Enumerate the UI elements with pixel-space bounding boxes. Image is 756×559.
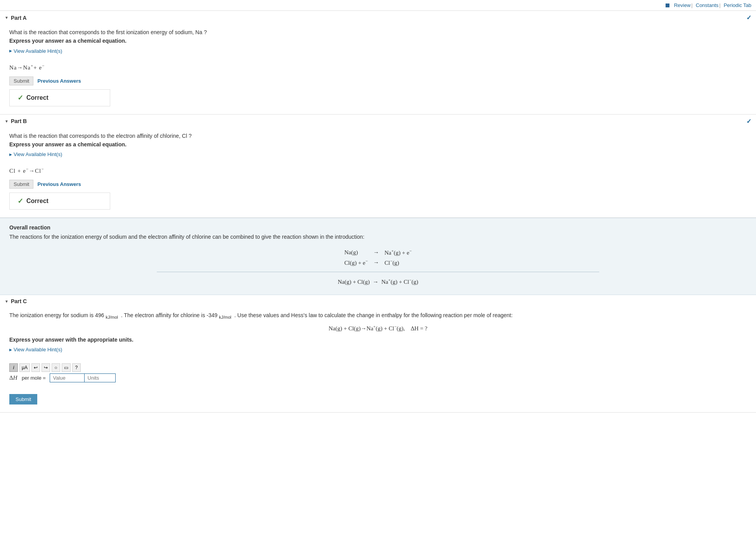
part-c-instruction: Express your answer with the appropriate… — [9, 337, 747, 343]
part-c-toolbar: i μA ↩ ↪ ○ ▭ ? — [9, 363, 747, 372]
sep2: | — [719, 2, 720, 8]
toolbar-ua-button[interactable]: μA — [19, 363, 30, 372]
part-b-correct-label: Correct — [26, 198, 49, 205]
constants-link[interactable]: Constants — [696, 2, 719, 8]
reaction1-arrow: → — [371, 248, 381, 257]
part-a-section: ▼ Part A ✓ What is the reaction that cor… — [0, 11, 756, 115]
units-input[interactable] — [85, 373, 116, 382]
toolbar-redo-button[interactable]: ↪ — [42, 363, 50, 372]
part-c-question: The ionization energy for sodium is 496 … — [9, 312, 747, 319]
part-b-check-icon: ✓ — [746, 118, 751, 125]
part-c-content: The ionization energy for sodium is 496 … — [0, 307, 756, 412]
part-c-eq-display: Na(g) + Cl(g)→Na+(g) + Cl−(g), ΔH = ? — [9, 324, 747, 332]
reaction-row-1: Na(g) → Na+(g) + e− — [342, 248, 414, 257]
part-b-content: What is the reaction that corresponds to… — [0, 128, 756, 218]
part-b-correct-check-icon: ✓ — [17, 197, 23, 205]
overall-title: Overall reaction — [9, 224, 747, 231]
part-a-instruction: Express your answer as a chemical equati… — [9, 38, 747, 44]
overall-description: The reactions for the ionization energy … — [9, 234, 747, 240]
blue-square-icon — [666, 3, 669, 7]
part-c-hint-link[interactable]: View Available Hint(s) — [9, 347, 62, 352]
value-input[interactable] — [50, 373, 85, 382]
toolbar-circle-button[interactable]: ○ — [52, 363, 60, 372]
toolbar-italic-button[interactable]: i — [9, 363, 18, 372]
sep1: | — [691, 2, 692, 8]
delta-h-label: ΔH — [9, 375, 17, 381]
reaction-divider — [157, 272, 599, 272]
reaction2-arrow: → — [371, 258, 381, 267]
toolbar-question-button[interactable]: ? — [72, 363, 81, 372]
reaction2-right: Cl−(g) — [382, 258, 414, 267]
part-b-question: What is the reaction that corresponds to… — [9, 133, 747, 139]
part-c-input-row: ΔH per mole = — [9, 373, 747, 382]
part-b-previous-answers-link[interactable]: Previous Answers — [37, 181, 81, 187]
part-b-section: ▼ Part B ✓ What is the reaction that cor… — [0, 115, 756, 218]
combined-reaction: Na(g) + Cl(g) → Na+(g) + Cl−(g) — [9, 278, 747, 285]
part-a-previous-answers-link[interactable]: Previous Answers — [37, 78, 81, 84]
part-c-answer-entry: i μA ↩ ↪ ○ ▭ ? ΔH per mole = — [9, 363, 747, 382]
part-a-answer-row: Submit Previous Answers — [9, 76, 747, 85]
part-a-header[interactable]: ▼ Part A ✓ — [0, 11, 756, 24]
part-b-answer-row: Submit Previous Answers — [9, 180, 747, 189]
toolbar-rect-button[interactable]: ▭ — [62, 363, 71, 372]
part-a-equation: Na→Na++ e− — [9, 63, 747, 71]
part-a-hint-link[interactable]: View Available Hint(s) — [9, 48, 62, 54]
part-a-correct-check-icon: ✓ — [17, 94, 23, 102]
reaction1-left: Na(g) — [342, 248, 370, 257]
part-c-submit-button[interactable]: Submit — [9, 394, 37, 404]
toolbar-undo-button[interactable]: ↩ — [31, 363, 40, 372]
part-a-chevron: ▼ — [5, 16, 9, 20]
part-b-instruction: Express your answer as a chemical equati… — [9, 141, 747, 148]
part-b-hint-link[interactable]: View Available Hint(s) — [9, 151, 62, 157]
review-link[interactable]: Review — [674, 2, 691, 8]
part-c-label: Part C — [11, 298, 27, 304]
part-b-submit-button[interactable]: Submit — [9, 180, 33, 189]
reaction-table: Na(g) → Na+(g) + e− Cl(g) + e− → Cl−(g) — [341, 247, 415, 268]
part-a-check-icon: ✓ — [746, 14, 751, 21]
per-mole-label: per mole = — [21, 375, 47, 381]
overall-section: Overall reaction The reactions for the i… — [0, 218, 756, 295]
periodic-link[interactable]: Periodic Tab — [724, 2, 751, 8]
part-c-section: ▼ Part C The ionization energy for sodiu… — [0, 295, 756, 413]
part-b-header[interactable]: ▼ Part B ✓ — [0, 115, 756, 128]
part-a-submit-button[interactable]: Submit — [9, 76, 33, 85]
part-c-chevron: ▼ — [5, 299, 9, 304]
reaction-row-2: Cl(g) + e− → Cl−(g) — [342, 258, 414, 267]
reaction1-right: Na+(g) + e− — [382, 248, 414, 257]
part-b-correct-box: ✓ Correct — [9, 193, 110, 210]
part-c-header[interactable]: ▼ Part C — [0, 295, 756, 307]
part-a-content: What is the reaction that corresponds to… — [0, 24, 756, 114]
top-bar: Review | Constants | Periodic Tab — [0, 0, 756, 11]
part-a-correct-box: ✓ Correct — [9, 89, 110, 106]
part-b-equation: Cl + e−→Cl− — [9, 167, 747, 174]
part-b-chevron: ▼ — [5, 119, 9, 123]
part-b-label: Part B — [11, 118, 27, 124]
part-a-question: What is the reaction that corresponds to… — [9, 29, 747, 35]
part-a-label: Part A — [11, 15, 27, 21]
reaction2-left: Cl(g) + e− — [342, 258, 370, 267]
part-a-correct-label: Correct — [26, 94, 49, 101]
